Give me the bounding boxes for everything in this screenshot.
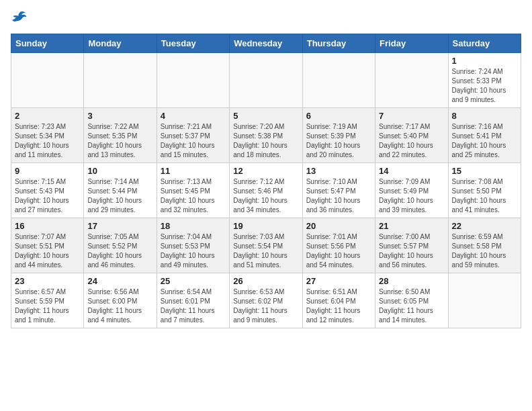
calendar-cell: 15Sunrise: 7:08 AM Sunset: 5:50 PM Dayli… <box>448 163 521 218</box>
calendar-cell: 12Sunrise: 7:12 AM Sunset: 5:46 PM Dayli… <box>230 163 302 218</box>
day-info: Sunrise: 7:04 AM Sunset: 5:53 PM Dayligh… <box>161 232 226 270</box>
calendar-cell: 21Sunrise: 7:00 AM Sunset: 5:57 PM Dayli… <box>375 218 448 273</box>
day-info: Sunrise: 7:10 AM Sunset: 5:47 PM Dayligh… <box>306 177 371 215</box>
day-info: Sunrise: 7:00 AM Sunset: 5:57 PM Dayligh… <box>379 232 444 270</box>
day-number: 14 <box>379 166 444 176</box>
day-info: Sunrise: 7:01 AM Sunset: 5:56 PM Dayligh… <box>306 232 371 270</box>
day-info: Sunrise: 7:17 AM Sunset: 5:40 PM Dayligh… <box>379 122 444 160</box>
day-number: 21 <box>379 221 444 231</box>
calendar-cell: 5Sunrise: 7:20 AM Sunset: 5:38 PM Daylig… <box>230 108 302 163</box>
day-number: 24 <box>87 276 152 286</box>
calendar-cell: 1Sunrise: 7:24 AM Sunset: 5:33 PM Daylig… <box>448 53 521 108</box>
day-info: Sunrise: 6:50 AM Sunset: 6:05 PM Dayligh… <box>379 287 444 325</box>
calendar-cell: 16Sunrise: 7:07 AM Sunset: 5:51 PM Dayli… <box>11 218 84 273</box>
day-number: 2 <box>15 111 80 121</box>
day-of-week-header: Sunday <box>11 34 84 53</box>
day-number: 13 <box>306 166 371 176</box>
calendar-week-row: 9Sunrise: 7:15 AM Sunset: 5:43 PM Daylig… <box>11 163 521 218</box>
day-info: Sunrise: 6:54 AM Sunset: 6:01 PM Dayligh… <box>161 287 226 325</box>
day-info: Sunrise: 7:23 AM Sunset: 5:34 PM Dayligh… <box>15 122 80 160</box>
day-number: 25 <box>161 276 226 286</box>
calendar-week-row: 23Sunrise: 6:57 AM Sunset: 5:59 PM Dayli… <box>11 273 521 328</box>
calendar-cell: 19Sunrise: 7:03 AM Sunset: 5:54 PM Dayli… <box>230 218 302 273</box>
calendar-cell <box>448 273 521 328</box>
calendar-cell: 28Sunrise: 6:50 AM Sunset: 6:05 PM Dayli… <box>375 273 448 328</box>
calendar-cell: 17Sunrise: 7:05 AM Sunset: 5:52 PM Dayli… <box>84 218 157 273</box>
day-number: 17 <box>87 221 152 231</box>
calendar-cell: 8Sunrise: 7:16 AM Sunset: 5:41 PM Daylig… <box>448 108 521 163</box>
calendar-cell: 11Sunrise: 7:13 AM Sunset: 5:45 PM Dayli… <box>157 163 229 218</box>
day-number: 5 <box>233 111 298 121</box>
calendar-cell: 10Sunrise: 7:14 AM Sunset: 5:44 PM Dayli… <box>84 163 157 218</box>
day-number: 9 <box>15 166 80 176</box>
day-of-week-header: Thursday <box>302 34 375 53</box>
day-number: 1 <box>452 56 517 66</box>
calendar-cell: 26Sunrise: 6:53 AM Sunset: 6:02 PM Dayli… <box>230 273 302 328</box>
calendar-cell: 7Sunrise: 7:17 AM Sunset: 5:40 PM Daylig… <box>375 108 448 163</box>
page-header <box>11 11 521 27</box>
calendar-cell: 3Sunrise: 7:22 AM Sunset: 5:35 PM Daylig… <box>84 108 157 163</box>
calendar: SundayMondayTuesdayWednesdayThursdayFrid… <box>11 34 521 328</box>
calendar-cell: 2Sunrise: 7:23 AM Sunset: 5:34 PM Daylig… <box>11 108 84 163</box>
day-of-week-header: Saturday <box>448 34 521 53</box>
day-of-week-header: Monday <box>84 34 157 53</box>
day-info: Sunrise: 7:22 AM Sunset: 5:35 PM Dayligh… <box>87 122 152 160</box>
day-of-week-header: Friday <box>375 34 448 53</box>
calendar-cell <box>84 53 157 108</box>
day-number: 28 <box>379 276 444 286</box>
day-info: Sunrise: 7:15 AM Sunset: 5:43 PM Dayligh… <box>15 177 80 215</box>
day-of-week-header: Wednesday <box>230 34 302 53</box>
day-info: Sunrise: 6:56 AM Sunset: 6:00 PM Dayligh… <box>87 287 152 325</box>
day-number: 20 <box>306 221 371 231</box>
day-info: Sunrise: 7:05 AM Sunset: 5:52 PM Dayligh… <box>87 232 152 270</box>
calendar-cell: 18Sunrise: 7:04 AM Sunset: 5:53 PM Dayli… <box>157 218 229 273</box>
day-info: Sunrise: 7:12 AM Sunset: 5:46 PM Dayligh… <box>233 177 298 215</box>
day-info: Sunrise: 7:14 AM Sunset: 5:44 PM Dayligh… <box>87 177 152 215</box>
calendar-cell: 4Sunrise: 7:21 AM Sunset: 5:37 PM Daylig… <box>157 108 229 163</box>
day-of-week-header: Tuesday <box>157 34 229 53</box>
calendar-cell: 20Sunrise: 7:01 AM Sunset: 5:56 PM Dayli… <box>302 218 375 273</box>
calendar-cell: 27Sunrise: 6:51 AM Sunset: 6:04 PM Dayli… <box>302 273 375 328</box>
calendar-cell: 24Sunrise: 6:56 AM Sunset: 6:00 PM Dayli… <box>84 273 157 328</box>
day-info: Sunrise: 7:20 AM Sunset: 5:38 PM Dayligh… <box>233 122 298 160</box>
day-info: Sunrise: 7:16 AM Sunset: 5:41 PM Dayligh… <box>452 122 517 160</box>
day-number: 8 <box>452 111 517 121</box>
logo <box>11 11 30 27</box>
calendar-cell <box>375 53 448 108</box>
calendar-cell: 23Sunrise: 6:57 AM Sunset: 5:59 PM Dayli… <box>11 273 84 328</box>
day-info: Sunrise: 6:53 AM Sunset: 6:02 PM Dayligh… <box>233 287 298 325</box>
day-number: 15 <box>452 166 517 176</box>
day-number: 4 <box>161 111 226 121</box>
calendar-cell <box>230 53 302 108</box>
calendar-cell: 13Sunrise: 7:10 AM Sunset: 5:47 PM Dayli… <box>302 163 375 218</box>
day-number: 26 <box>233 276 298 286</box>
day-number: 11 <box>161 166 226 176</box>
day-info: Sunrise: 7:09 AM Sunset: 5:49 PM Dayligh… <box>379 177 444 215</box>
day-number: 27 <box>306 276 371 286</box>
day-number: 23 <box>15 276 80 286</box>
calendar-cell: 9Sunrise: 7:15 AM Sunset: 5:43 PM Daylig… <box>11 163 84 218</box>
day-info: Sunrise: 7:08 AM Sunset: 5:50 PM Dayligh… <box>452 177 517 215</box>
calendar-cell <box>302 53 375 108</box>
day-number: 12 <box>233 166 298 176</box>
day-info: Sunrise: 7:07 AM Sunset: 5:51 PM Dayligh… <box>15 232 80 270</box>
day-info: Sunrise: 6:57 AM Sunset: 5:59 PM Dayligh… <box>15 287 80 325</box>
day-info: Sunrise: 7:19 AM Sunset: 5:39 PM Dayligh… <box>306 122 371 160</box>
calendar-cell: 14Sunrise: 7:09 AM Sunset: 5:49 PM Dayli… <box>375 163 448 218</box>
calendar-cell: 22Sunrise: 6:59 AM Sunset: 5:58 PM Dayli… <box>448 218 521 273</box>
day-info: Sunrise: 7:13 AM Sunset: 5:45 PM Dayligh… <box>161 177 226 215</box>
calendar-cell <box>157 53 229 108</box>
logo-icon <box>11 11 27 27</box>
day-number: 19 <box>233 221 298 231</box>
calendar-week-row: 16Sunrise: 7:07 AM Sunset: 5:51 PM Dayli… <box>11 218 521 273</box>
day-number: 6 <box>306 111 371 121</box>
calendar-week-row: 1Sunrise: 7:24 AM Sunset: 5:33 PM Daylig… <box>11 53 521 108</box>
day-number: 7 <box>379 111 444 121</box>
calendar-header-row: SundayMondayTuesdayWednesdayThursdayFrid… <box>11 34 521 53</box>
calendar-cell: 6Sunrise: 7:19 AM Sunset: 5:39 PM Daylig… <box>302 108 375 163</box>
calendar-cell: 25Sunrise: 6:54 AM Sunset: 6:01 PM Dayli… <box>157 273 229 328</box>
calendar-week-row: 2Sunrise: 7:23 AM Sunset: 5:34 PM Daylig… <box>11 108 521 163</box>
day-info: Sunrise: 7:21 AM Sunset: 5:37 PM Dayligh… <box>161 122 226 160</box>
day-number: 16 <box>15 221 80 231</box>
day-info: Sunrise: 6:51 AM Sunset: 6:04 PM Dayligh… <box>306 287 371 325</box>
